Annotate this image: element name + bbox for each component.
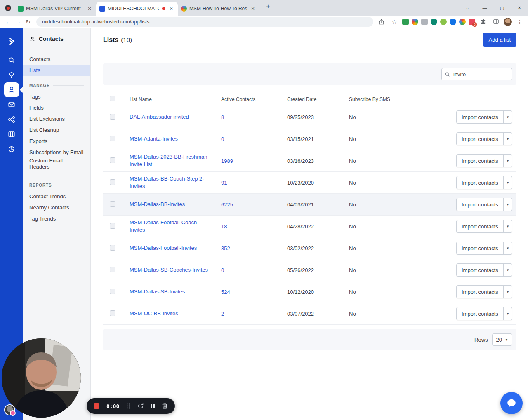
row-checkbox[interactable] <box>110 201 116 207</box>
row-checkbox[interactable] <box>110 136 116 141</box>
chat-widget-button[interactable] <box>500 392 523 414</box>
column-header-list-name[interactable]: List Name <box>130 96 221 102</box>
extension-icon-blue[interactable] <box>450 19 456 25</box>
row-checkbox[interactable] <box>110 114 116 120</box>
import-dropdown-caret-icon[interactable]: ▼ <box>503 264 512 276</box>
row-checkbox[interactable] <box>110 179 116 185</box>
import-contacts-button[interactable]: Import contacts <box>457 155 503 167</box>
stop-recording-button[interactable] <box>94 403 99 409</box>
back-icon[interactable]: ← <box>3 17 13 27</box>
sidebar-item-lists[interactable]: Lists <box>23 65 90 76</box>
tab-close-icon[interactable]: ✕ <box>168 5 174 12</box>
tab-close-icon[interactable]: ✕ <box>250 5 256 12</box>
extensions-puzzle-icon[interactable] <box>478 17 488 27</box>
browser-tab-3[interactable]: MSM-How To-How To Reset yo... ✕ <box>178 2 259 16</box>
pause-recording-icon[interactable] <box>151 404 155 408</box>
browser-menu-icon[interactable]: ⋮ <box>515 17 525 27</box>
active-contacts-link[interactable]: 8 <box>221 114 224 120</box>
import-contacts-button[interactable]: Import contacts <box>457 264 503 276</box>
automations-icon[interactable] <box>4 112 19 127</box>
sidebar-item-tag-trends[interactable]: Tag Trends <box>23 213 90 224</box>
row-checkbox[interactable] <box>110 157 116 163</box>
sidebar-item-list-exclusions[interactable]: List Exclusions <box>23 113 90 124</box>
column-header-created-date[interactable]: Created Date <box>287 96 349 102</box>
extension-icon-green[interactable] <box>402 19 409 25</box>
search-input[interactable] <box>441 68 512 80</box>
browser-tab-1[interactable]: MSM-Dallas-VIP-Current - Goog... ✕ <box>14 2 96 16</box>
reload-icon[interactable]: ↻ <box>23 17 33 27</box>
url-bar[interactable]: middleschoolmatchup.activehosted.com/app… <box>36 17 373 27</box>
contacts-icon[interactable] <box>4 82 19 97</box>
new-tab-button[interactable]: + <box>263 1 273 12</box>
reports-pie-icon[interactable] <box>4 142 19 157</box>
activecampaign-logo-icon[interactable] <box>4 34 19 49</box>
active-contacts-link[interactable]: 18 <box>221 223 227 230</box>
sidebar-item-contact-trends[interactable]: Contact Trends <box>23 191 90 202</box>
list-name-link[interactable]: MSM-Atlanta-Invites <box>130 136 178 142</box>
sidebar-item-list-cleanup[interactable]: List Cleanup <box>23 124 90 136</box>
rows-per-page-dropdown[interactable]: 20 ▼ <box>492 333 512 346</box>
sidebar-item-fields[interactable]: Fields <box>23 102 90 113</box>
extension-icon-teal[interactable] <box>431 19 437 25</box>
profile-avatar[interactable] <box>504 18 512 26</box>
list-name-link[interactable]: MSM-Dallas-2023-BB-Freshman Invite List <box>130 154 207 167</box>
list-name-link[interactable]: DAL-Ambassador invited <box>130 114 189 120</box>
sidebar-item-tags[interactable]: Tags <box>23 91 90 102</box>
import-dropdown-caret-icon[interactable]: ▼ <box>503 155 512 167</box>
active-contacts-link[interactable]: 524 <box>221 289 230 295</box>
extension-icon-lime[interactable] <box>440 19 447 25</box>
list-name-link[interactable]: MSM-OC-BB-Invites <box>130 310 178 317</box>
row-checkbox[interactable] <box>110 267 116 272</box>
row-checkbox[interactable] <box>110 245 116 251</box>
row-checkbox[interactable] <box>110 223 116 229</box>
sidebar-item-nearby-contacts[interactable]: Nearby Contacts <box>23 202 90 213</box>
sidebar-item-subscriptions-by-email[interactable]: Subscriptions by Email <box>23 147 90 158</box>
row-checkbox[interactable] <box>110 289 116 294</box>
active-contacts-link[interactable]: 0 <box>221 136 224 142</box>
list-name-link[interactable]: MSM-Dallas-BB-Coach-Step 2-Invites <box>130 176 204 189</box>
restart-recording-icon[interactable] <box>137 403 144 409</box>
tab-search-chevron-icon[interactable]: ⌄ <box>459 0 476 16</box>
active-contacts-link[interactable]: 6225 <box>221 202 233 208</box>
active-contacts-link[interactable]: 91 <box>221 180 227 186</box>
active-contacts-link[interactable]: 1989 <box>221 158 233 164</box>
import-dropdown-caret-icon[interactable]: ▼ <box>503 286 512 298</box>
extension-icon-pinwheel[interactable] <box>459 19 466 25</box>
campaigns-mail-icon[interactable] <box>4 97 19 112</box>
active-contacts-link[interactable]: 352 <box>221 245 230 251</box>
import-dropdown-caret-icon[interactable]: ▼ <box>503 307 512 320</box>
import-dropdown-caret-icon[interactable]: ▼ <box>503 242 512 254</box>
window-minimize-button[interactable]: — <box>476 0 493 16</box>
list-name-link[interactable]: MSM-Dallas-SB-Invites <box>130 289 185 295</box>
share-icon[interactable] <box>377 17 387 27</box>
import-dropdown-caret-icon[interactable]: ▼ <box>503 198 512 211</box>
lightbulb-icon[interactable] <box>4 68 19 82</box>
import-contacts-button[interactable]: Import contacts <box>457 133 503 145</box>
column-header-subscribe-sms[interactable]: Subscribe By SMS <box>349 96 456 102</box>
browser-tab-2-active[interactable]: MIDDLESCHOOLMATCHUP ✕ <box>96 2 178 16</box>
extension-icon-gray[interactable] <box>421 19 428 25</box>
import-contacts-button[interactable]: Import contacts <box>457 242 503 254</box>
import-contacts-button[interactable]: Import contacts <box>457 176 503 189</box>
mini-profile-avatar[interactable] <box>4 404 15 415</box>
row-checkbox[interactable] <box>110 310 116 316</box>
extension-icon-pink[interactable]: 6 <box>469 19 475 25</box>
drag-handle-icon[interactable] <box>126 403 130 409</box>
add-list-button[interactable]: Add a list <box>483 33 516 47</box>
sidebar-item-contacts[interactable]: Contacts <box>23 54 90 65</box>
import-contacts-button[interactable]: Import contacts <box>457 286 503 298</box>
tab-close-icon[interactable]: ✕ <box>86 5 93 12</box>
deals-pipeline-icon[interactable] <box>4 127 19 142</box>
import-contacts-button[interactable]: Import contacts <box>457 198 503 211</box>
side-panel-icon[interactable] <box>491 17 501 27</box>
delete-recording-icon[interactable] <box>162 403 168 409</box>
import-dropdown-caret-icon[interactable]: ▼ <box>503 133 512 145</box>
window-maximize-button[interactable]: ▢ <box>493 0 511 16</box>
sidebar-item-exports[interactable]: Exports <box>23 136 90 147</box>
window-close-button[interactable]: ✕ <box>511 0 528 16</box>
forward-icon[interactable]: → <box>13 17 23 27</box>
import-contacts-button[interactable]: Import contacts <box>457 307 503 320</box>
select-all-checkbox[interactable] <box>110 96 116 101</box>
bookmark-star-icon[interactable]: ☆ <box>389 17 399 27</box>
list-name-link[interactable]: MSM-Dallas-BB-Invites <box>130 201 185 207</box>
